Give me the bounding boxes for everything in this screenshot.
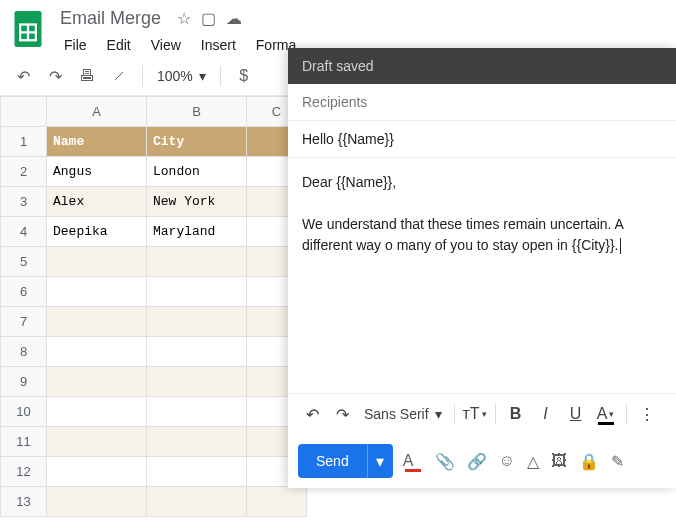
menu-bar: File Edit View Insert Forma (56, 33, 304, 57)
cell[interactable] (47, 277, 147, 307)
row-header[interactable]: 7 (1, 307, 47, 337)
subject-field[interactable]: Hello {{Name}} (288, 121, 676, 158)
separator (220, 66, 221, 86)
menu-file[interactable]: File (56, 33, 95, 57)
row-header[interactable]: 6 (1, 277, 47, 307)
cell[interactable]: London (147, 157, 247, 187)
redo-icon: ↷ (336, 405, 349, 424)
text-color-button[interactable]: A▾ (592, 400, 620, 428)
link-icon: 🔗 (467, 452, 487, 471)
star-icon[interactable]: ☆ (177, 9, 191, 28)
text-format-button[interactable]: A (403, 452, 423, 470)
row-header[interactable]: 12 (1, 457, 47, 487)
menu-view[interactable]: View (143, 33, 189, 57)
underline-icon: U (570, 405, 582, 423)
col-header-b[interactable]: B (147, 97, 247, 127)
cell[interactable] (47, 427, 147, 457)
cell[interactable] (147, 367, 247, 397)
attach-icons: A 📎 🔗 ☺ △ 🖼 🔒 ✎ (403, 452, 624, 471)
row-header[interactable]: 11 (1, 427, 47, 457)
zoom-picker[interactable]: 100%▾ (153, 68, 210, 84)
insert-drive-button[interactable]: △ (527, 452, 539, 471)
separator (626, 404, 627, 424)
cell[interactable] (147, 337, 247, 367)
cell[interactable] (47, 247, 147, 277)
row-header[interactable]: 5 (1, 247, 47, 277)
cell[interactable] (47, 397, 147, 427)
cell[interactable]: Maryland (147, 217, 247, 247)
recipients-field[interactable]: Recipients (288, 84, 676, 121)
undo-button[interactable]: ↶ (298, 400, 326, 428)
cell[interactable] (47, 337, 147, 367)
cell[interactable] (47, 307, 147, 337)
body-field[interactable]: Dear {{Name}}, We understand that these … (288, 158, 676, 393)
redo-button[interactable]: ↷ (42, 63, 68, 89)
cell[interactable] (147, 457, 247, 487)
cell[interactable] (147, 307, 247, 337)
cell[interactable]: Name (47, 127, 147, 157)
menu-insert[interactable]: Insert (193, 33, 244, 57)
cell[interactable]: Angus (47, 157, 147, 187)
menu-edit[interactable]: Edit (99, 33, 139, 57)
cloud-status-icon[interactable]: ☁ (226, 9, 242, 28)
row-header[interactable]: 1 (1, 127, 47, 157)
text-color-icon: A (597, 405, 608, 423)
col-header-a[interactable]: A (47, 97, 147, 127)
cell[interactable] (47, 367, 147, 397)
confidential-mode-button[interactable]: 🔒 (579, 452, 599, 471)
row-header[interactable]: 3 (1, 187, 47, 217)
text-color-icon: A (403, 452, 414, 470)
zoom-value: 100% (157, 68, 193, 84)
cell[interactable]: New York (147, 187, 247, 217)
row-header[interactable]: 4 (1, 217, 47, 247)
body-text: Dear {{Name}}, We understand that these … (302, 174, 627, 253)
underline-button[interactable]: U (562, 400, 590, 428)
more-format-button[interactable]: ⋮ (633, 400, 661, 428)
image-icon: 🖼 (551, 452, 567, 470)
more-icon: ⋮ (639, 405, 655, 424)
cell[interactable] (147, 427, 247, 457)
undo-button[interactable]: ↶ (10, 63, 36, 89)
redo-button[interactable]: ↷ (328, 400, 356, 428)
insert-image-button[interactable]: 🖼 (551, 452, 567, 470)
redo-icon: ↷ (49, 67, 62, 86)
bold-icon: B (510, 405, 522, 423)
cell[interactable] (47, 457, 147, 487)
print-button[interactable]: 🖶 (74, 63, 100, 89)
font-picker[interactable]: Sans Serif▾ (358, 406, 448, 422)
signature-button[interactable]: ✎ (611, 452, 624, 471)
bold-button[interactable]: B (502, 400, 530, 428)
insert-link-button[interactable]: 🔗 (467, 452, 487, 471)
cell[interactable]: Alex (47, 187, 147, 217)
sheets-logo[interactable] (10, 6, 46, 52)
currency-button[interactable]: $ (231, 63, 257, 89)
row-header[interactable]: 2 (1, 157, 47, 187)
row-header[interactable]: 13 (1, 487, 47, 517)
cell[interactable] (147, 277, 247, 307)
cell[interactable] (147, 487, 247, 517)
cell[interactable] (147, 247, 247, 277)
paint-icon: ⟋ (111, 67, 127, 85)
cell[interactable] (247, 487, 307, 517)
separator (495, 404, 496, 424)
compose-status[interactable]: Draft saved (288, 48, 676, 84)
chevron-down-icon: ▾ (199, 68, 206, 84)
select-all-cell[interactable] (1, 97, 47, 127)
move-icon[interactable]: ▢ (201, 9, 216, 28)
cell[interactable]: City (147, 127, 247, 157)
doc-title[interactable]: Email Merge (56, 6, 165, 31)
insert-emoji-button[interactable]: ☺ (499, 452, 515, 470)
row-header[interactable]: 10 (1, 397, 47, 427)
font-size-button[interactable]: тT▾ (461, 400, 489, 428)
italic-button[interactable]: I (532, 400, 560, 428)
row-header[interactable]: 8 (1, 337, 47, 367)
send-options-button[interactable]: ▾ (367, 444, 393, 478)
attach-file-button[interactable]: 📎 (435, 452, 455, 471)
cell[interactable] (47, 487, 147, 517)
send-group: Send ▾ (298, 444, 393, 478)
cell[interactable]: Deepika (47, 217, 147, 247)
cell[interactable] (147, 397, 247, 427)
send-button[interactable]: Send (298, 444, 367, 478)
paint-format-button[interactable]: ⟋ (106, 63, 132, 89)
row-header[interactable]: 9 (1, 367, 47, 397)
